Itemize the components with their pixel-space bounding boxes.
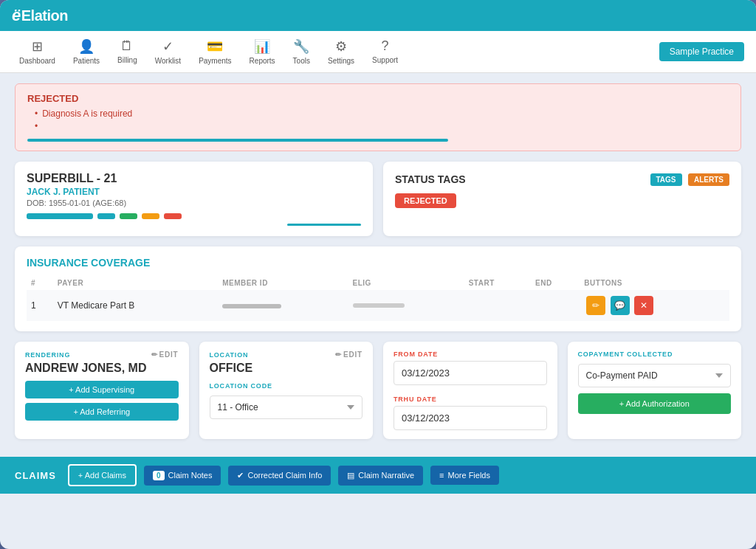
elig-bar: [353, 303, 405, 308]
billing-icon: 🗒: [120, 38, 134, 54]
superbill-dob: DOB: 1955-01-01 (AGE:68): [27, 198, 361, 207]
insurance-table: # PAYER MEMBER ID ELIG START END BUTTONS…: [27, 276, 729, 321]
nav-label-dashboard: Dashboard: [19, 57, 55, 65]
row-num: 1: [27, 290, 53, 321]
col-elig: ELIG: [348, 276, 464, 290]
thru-date-label: TRHU DATE: [394, 396, 547, 403]
superbill-card: SUPERBILL - 21 JACK J. PATIENT DOB: 1955…: [15, 162, 373, 236]
reports-icon: 📊: [254, 38, 270, 55]
nav-item-patients[interactable]: 👤 Patients: [66, 34, 107, 69]
alerts-button[interactable]: ALERTS: [688, 173, 729, 186]
insurance-coverage-title: INSURANCE COVERAGE: [27, 257, 729, 269]
rendering-label: RENDERING ✏ edit: [25, 351, 179, 359]
add-referring-button[interactable]: + Add Referring: [25, 403, 179, 421]
support-icon: ?: [382, 38, 389, 54]
status-tags-header: STATUS TAGS TAGS ALERTS: [395, 172, 729, 186]
main-content: REJECTED Diagnosis A is required SUPERBI…: [0, 73, 756, 457]
nav-label-support: Support: [372, 56, 398, 64]
add-supervising-button[interactable]: + Add Supervising: [25, 381, 179, 398]
rendering-card: RENDERING ✏ edit ANDREW JONES, MD + Add …: [15, 342, 189, 439]
thru-date-field[interactable]: 03/12/2023: [394, 406, 547, 430]
col-end: END: [531, 276, 580, 290]
more-fields-label: More Fields: [448, 471, 490, 480]
tag-small-red: [164, 213, 182, 219]
progress-bar: [27, 139, 448, 142]
row-end: [531, 290, 580, 321]
location-code-select[interactable]: 11 - Office: [210, 396, 363, 419]
claim-notes-label: Claim Notes: [168, 471, 213, 480]
row-payer: VT Medicare Part B: [53, 290, 218, 321]
list-icon: ≡: [439, 471, 444, 480]
nav-items: ⊞ Dashboard 👤 Patients 🗒 Billing ✓ Workl…: [12, 34, 405, 69]
nav-label-patients: Patients: [73, 57, 100, 65]
from-date-label: FROM DATE: [394, 351, 547, 358]
sample-practice-button[interactable]: Sample Practice: [659, 42, 744, 61]
superbill-title: SUPERBILL - 21: [27, 172, 361, 185]
status-tags-title: STATUS TAGS: [395, 173, 466, 185]
tags-button[interactable]: TAGS: [650, 173, 682, 186]
settings-icon: ⚙: [335, 38, 347, 55]
insurance-table-body: 1 VT Medicare Part B ✏ 💬 ✕: [27, 290, 729, 321]
action-bar: CLAIMS + Add Claims 0 Claim Notes ✔ Corr…: [0, 457, 756, 494]
delete-insurance-button[interactable]: ✕: [634, 296, 653, 315]
col-payer: PAYER: [53, 276, 218, 290]
location-label-text: LOCATION: [210, 351, 249, 359]
nav-item-dashboard[interactable]: ⊞ Dashboard: [12, 34, 63, 69]
col-member-id: MEMBER ID: [218, 276, 348, 290]
dashboard-icon: ⊞: [32, 38, 43, 55]
nav-item-tools[interactable]: 🔧 Tools: [286, 34, 317, 69]
nav-label-settings: Settings: [328, 57, 354, 65]
nav-label-reports: Reports: [250, 57, 275, 65]
nav-label-payments: Payments: [199, 57, 231, 65]
tag-small-green: [120, 213, 137, 219]
member-id-bar: [222, 304, 281, 308]
nav-item-settings[interactable]: ⚙ Settings: [320, 34, 362, 69]
top-bar: ë Elation: [0, 0, 756, 31]
message-insurance-button[interactable]: 💬: [611, 296, 630, 315]
status-tags-buttons: TAGS ALERTS: [647, 172, 730, 186]
nav-item-reports[interactable]: 📊 Reports: [242, 34, 283, 69]
copayment-select[interactable]: Co-Payment PAID: [578, 364, 732, 387]
nav-bar: ⊞ Dashboard 👤 Patients 🗒 Billing ✓ Workl…: [0, 31, 756, 73]
claim-narrative-button[interactable]: ▤ Claim Narrative: [338, 466, 423, 486]
add-authorization-button[interactable]: + Add Authorization: [578, 393, 732, 414]
col-num: #: [27, 276, 53, 290]
check-icon: ✔: [237, 471, 244, 480]
corrected-claim-label: Corrected Claim Info: [247, 471, 322, 480]
claims-label: CLAIMS: [15, 470, 56, 481]
copayment-card: COPAYMENT COLLECTED Co-Payment PAID + Ad…: [568, 342, 742, 439]
nav-item-billing[interactable]: 🗒 Billing: [110, 34, 145, 69]
from-date-field[interactable]: 03/12/2023: [394, 361, 547, 385]
insurance-table-head: # PAYER MEMBER ID ELIG START END BUTTONS: [27, 276, 729, 290]
location-office: OFFICE: [210, 362, 363, 375]
edit-insurance-button[interactable]: ✏: [586, 296, 605, 315]
row-start: [464, 290, 531, 321]
underline-teal: [287, 224, 361, 226]
row-member-id: [218, 290, 348, 321]
row-elig: [348, 290, 464, 321]
worklist-icon: ✓: [162, 38, 173, 55]
nav-item-worklist[interactable]: ✓ Worklist: [148, 34, 188, 69]
tag-small-orange: [142, 213, 159, 219]
row-actions: ✏ 💬 ✕: [580, 290, 729, 321]
nav-item-payments[interactable]: 💳 Payments: [191, 34, 238, 69]
nav-label-worklist: Worklist: [155, 57, 181, 65]
add-claims-button[interactable]: + Add Claims: [68, 464, 137, 486]
location-code-label: LOCATION CODE: [210, 382, 363, 390]
nav-item-support[interactable]: ? Support: [365, 34, 405, 69]
tag-small-teal: [97, 213, 115, 219]
narrative-icon: ▤: [347, 471, 354, 480]
rendering-edit-link[interactable]: ✏ edit: [151, 351, 179, 359]
corrected-claim-button[interactable]: ✔ Corrected Claim Info: [228, 466, 331, 486]
claim-notes-button[interactable]: 0 Claim Notes: [144, 466, 221, 486]
rejected-item-2: [35, 121, 729, 131]
logo-e-icon: ë: [12, 6, 21, 25]
rendering-doctor-name: ANDREW JONES, MD: [25, 362, 179, 375]
claim-notes-badge: 0: [153, 471, 165, 480]
tools-icon: 🔧: [293, 38, 309, 55]
more-fields-button[interactable]: ≡ More Fields: [430, 466, 499, 485]
dates-card: FROM DATE 03/12/2023 TRHU DATE 03/12/202…: [383, 342, 557, 439]
superbill-line2: [27, 224, 361, 226]
location-edit-link[interactable]: ✏ edit: [335, 351, 362, 359]
two-col-section: SUPERBILL - 21 JACK J. PATIENT DOB: 1955…: [15, 162, 741, 236]
